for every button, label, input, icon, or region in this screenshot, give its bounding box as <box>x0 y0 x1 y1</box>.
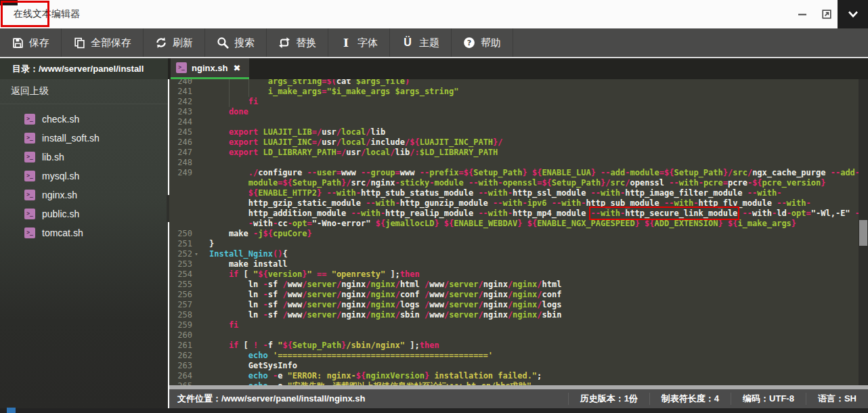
code-line-262[interactable]: 262echo '===============================… <box>169 351 868 361</box>
code-text[interactable]: export LD_LIBRARY_PATH=/usr/local/lib/:$… <box>200 148 868 158</box>
code-line-252[interactable]: 252▾Install_Nginx(){ <box>169 249 868 259</box>
toolbar-button-theme[interactable]: Ü主题 <box>390 28 452 57</box>
code-line-255[interactable]: 255ln -sf /www/server/nginx/nginx/html /… <box>169 280 868 290</box>
toolbar-button-label: 主题 <box>419 37 439 49</box>
line-number: 256 <box>169 290 192 300</box>
code-text[interactable]: fi <box>200 97 868 107</box>
toolbar-button-replace[interactable]: 替换 <box>267 28 328 57</box>
line-number: 252 <box>169 249 192 259</box>
code-text[interactable] <box>200 158 868 168</box>
shell-file-icon: >_ <box>24 227 35 238</box>
code-line-257[interactable]: 257ln -sf /www/server/nginx/nginx/logs /… <box>169 300 868 310</box>
sidebar-item-public.sh[interactable]: >_public.sh <box>0 204 168 223</box>
fold-gutter <box>192 158 200 168</box>
code-line-259[interactable]: 259fi <box>169 320 868 330</box>
fold-arrow-icon[interactable]: ▾ <box>192 249 200 259</box>
line-number: 240 <box>169 79 192 87</box>
fold-gutter <box>192 351 200 361</box>
taskbar-artifact <box>7 408 16 413</box>
tab-nginx-sh[interactable]: >_ nginx.sh ✖ <box>171 58 249 79</box>
code-text[interactable] <box>200 330 868 341</box>
bottom-edge-strip <box>0 408 868 413</box>
code-text[interactable]: make -j${cpuCore} <box>200 229 868 239</box>
annotation-box-secure-link-module: --with-http_secure_link_module <box>591 209 738 218</box>
line-number: 255 <box>169 280 192 290</box>
code-line-250[interactable]: 250make -j${cpuCore} <box>169 229 868 239</box>
code-line-264[interactable]: 264echo -e "ERROR: nginx-${nginxVersion}… <box>169 371 868 381</box>
code-line-244[interactable]: 244 <box>169 117 868 127</box>
code-text[interactable]: done <box>200 107 868 117</box>
sidebar-item-check.sh[interactable]: >_check.sh <box>0 110 168 129</box>
code-line-246[interactable]: 246export LUAJIT_INC=/usr/local/include/… <box>169 137 868 148</box>
code-text[interactable]: ln -sf /www/server/nginx/nginx/html /www… <box>200 280 868 290</box>
code-line-256[interactable]: 256ln -sf /www/server/nginx/nginx/conf /… <box>169 290 868 300</box>
toolbar-button-font[interactable]: I字体 <box>328 28 390 57</box>
code-text[interactable]: args_string=$(cat $args_file) <box>200 79 868 87</box>
code-line-248[interactable]: 248 <box>169 158 868 168</box>
svg-text:?: ? <box>467 39 472 47</box>
code-text[interactable]: if [ ! -f "${Setup_Path}/sbin/nginx" ];t… <box>200 341 868 351</box>
status-bar: 文件位置：/www/server/panel/install/nginx.sh … <box>169 389 868 408</box>
code-text[interactable]: i_make_args="$i_make_args $args_string" <box>200 87 868 97</box>
toolbar-overflow-button[interactable] <box>838 0 868 28</box>
code-line-254[interactable]: 254if [ "${version}" == "openresty" ];th… <box>169 269 868 280</box>
code-text[interactable]: echo '==================================… <box>200 351 868 361</box>
code-text[interactable]: ln -sf /www/server/nginx/nginx/logs /www… <box>200 300 868 310</box>
code-text[interactable]: echo -e "ERROR: nginx-${nginxVersion} in… <box>200 371 868 381</box>
toolbar: 保存全部保存刷新搜索替换I字体Ü主题?帮助 <box>0 28 868 57</box>
fold-gutter <box>192 341 200 351</box>
code-text[interactable]: export LUAJIT_INC=/usr/local/include/${L… <box>200 137 868 148</box>
code-text[interactable]: make install <box>200 259 868 269</box>
vertical-scrollbar[interactable] <box>859 79 868 385</box>
code-line-241[interactable]: 241i_make_args="$i_make_args $args_strin… <box>169 87 868 97</box>
line-number: 246 <box>169 137 192 148</box>
fold-gutter <box>192 300 200 310</box>
code-line-240[interactable]: 240args_string=$(cat $args_file) <box>169 79 868 87</box>
code-line-260[interactable]: 260 <box>169 330 868 341</box>
code-line-253[interactable]: 253make install <box>169 259 868 269</box>
toolbar-button-label: 搜索 <box>234 37 255 49</box>
toolbar-button-save-all[interactable]: 全部保存 <box>62 28 144 57</box>
code-line-258[interactable]: 258ln -sf /www/server/nginx/nginx/sbin /… <box>169 310 868 320</box>
sidebar-item-mysql.sh[interactable]: >_mysql.sh <box>0 167 168 186</box>
line-number: 263 <box>169 361 192 371</box>
code-line-249[interactable]: 249./configure --user=www --group=www --… <box>169 168 868 229</box>
code-line-251[interactable]: 251} <box>169 239 868 249</box>
tab-close-icon[interactable]: ✖ <box>233 63 240 73</box>
code-line-245[interactable]: 245export LUAJIT_LIB=/usr/local/lib <box>169 127 868 137</box>
fold-gutter <box>192 290 200 300</box>
toolbar-button-label: 帮助 <box>481 37 501 49</box>
sidebar-item-install_soft.sh[interactable]: >_install_soft.sh <box>0 129 168 148</box>
code-text[interactable]: ln -sf /www/server/nginx/nginx/sbin /www… <box>200 310 868 320</box>
toolbar-button-search[interactable]: 搜索 <box>205 28 267 57</box>
code-line-261[interactable]: 261if [ ! -f "${Setup_Path}/sbin/nginx" … <box>169 341 868 351</box>
toolbar-button-label: 全部保存 <box>91 37 131 49</box>
code-text[interactable]: } <box>200 239 868 249</box>
code-line-242[interactable]: 242fi <box>169 97 868 107</box>
code-text[interactable]: export LUAJIT_LIB=/usr/local/lib <box>200 127 868 137</box>
code-line-243[interactable]: 243done <box>169 107 868 117</box>
code-text[interactable]: ln -sf /www/server/nginx/nginx/conf /www… <box>200 290 868 300</box>
go-up-directory-button[interactable]: 返回上级 <box>0 79 168 104</box>
code-editor[interactable]: 240args_string=$(cat $args_file)241i_mak… <box>169 79 868 385</box>
sidebar-item-lib.sh[interactable]: >_lib.sh <box>0 148 168 167</box>
minimize-button[interactable] <box>794 5 811 23</box>
toolbar-button-refresh[interactable]: 刷新 <box>144 28 205 57</box>
sidebar-item-tomcat.sh[interactable]: >_tomcat.sh <box>0 223 168 242</box>
toolbar-button-save[interactable]: 保存 <box>0 28 62 57</box>
maximize-button[interactable] <box>818 5 836 23</box>
fold-gutter <box>192 371 200 381</box>
sidebar-item-nginx.sh[interactable]: >_nginx.sh <box>0 186 168 204</box>
toolbar-button-help[interactable]: ?帮助 <box>452 28 513 57</box>
code-text[interactable] <box>200 117 868 127</box>
code-text[interactable]: Install_Nginx(){ <box>200 249 868 259</box>
code-text[interactable]: ./configure --user=www --group=www --pre… <box>200 168 868 229</box>
code-text[interactable]: fi <box>200 320 868 330</box>
code-text[interactable]: GetSysInfo <box>200 361 868 371</box>
code-text[interactable]: if [ "${version}" == "openresty" ];then <box>200 269 868 280</box>
scrollbar-thumb[interactable] <box>859 220 867 246</box>
line-number: 243 <box>169 107 192 117</box>
code-line-263[interactable]: 263GetSysInfo <box>169 361 868 371</box>
indent-guide <box>248 79 249 87</box>
code-line-247[interactable]: 247export LD_LIBRARY_PATH=/usr/local/lib… <box>169 148 868 158</box>
